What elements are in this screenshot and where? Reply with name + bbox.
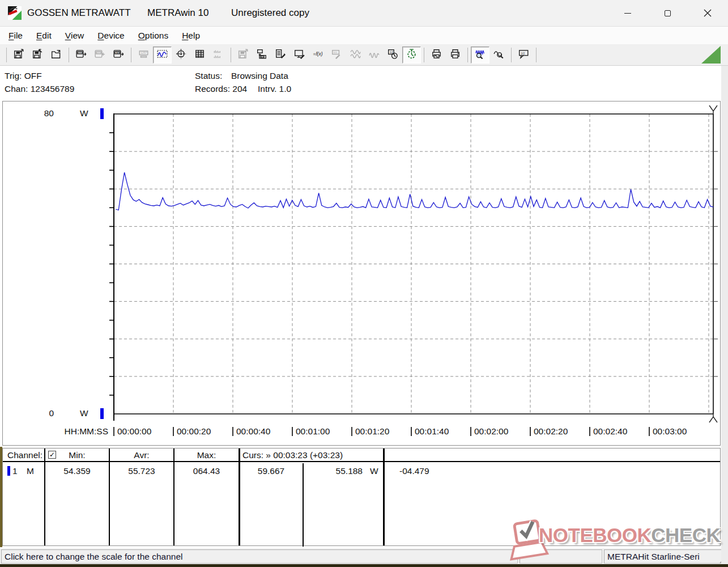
cell-channel-num: 1 <box>12 466 18 476</box>
menu-options[interactable]: Options <box>131 27 175 44</box>
print-preview-button[interactable] <box>427 46 446 64</box>
window-frame-right <box>721 66 728 564</box>
toolbar-separator <box>467 48 468 62</box>
title-app-name: METRAwin 10 <box>147 7 208 19</box>
channel-color-marker-top[interactable] <box>100 108 104 119</box>
display-settings-button: 321 <box>327 46 346 64</box>
x-axis-tick-label: 00:01:00 <box>296 426 330 437</box>
menu-edit[interactable]: Edit <box>29 27 58 44</box>
cursor-handle-bottom[interactable] <box>709 414 717 422</box>
x-axis-tick-label: 00:03:00 <box>653 426 687 437</box>
statusbar-device: METRAHit Starline-Seri <box>604 549 725 564</box>
x-axis-tick-label: 00:00:00 <box>117 426 151 437</box>
chart-panel[interactable]: 80 W 0 W HH:MM:SS 00:00:0000:00:2000:00:… <box>2 101 721 446</box>
print-preview-icon <box>431 49 442 61</box>
close-button[interactable] <box>695 0 721 26</box>
header-max[interactable]: Max: <box>174 450 239 460</box>
menu-bar: FileEditViewDeviceOptionsHelp <box>0 27 728 44</box>
svg-text:321: 321 <box>78 52 82 54</box>
interval-value: Intrv. 1.0 <box>258 84 291 94</box>
maximize-button[interactable] <box>654 0 680 26</box>
numeric-display-icon: 1257 <box>138 49 149 61</box>
statusbar-empty-segment <box>520 549 602 564</box>
cell-min: 54.359 <box>45 466 109 476</box>
toolbar-separator <box>69 48 69 62</box>
svg-text:321: 321 <box>333 51 338 54</box>
svg-text:1/2: 1/2 <box>521 52 525 54</box>
export-data-icon <box>238 49 249 61</box>
analog-output-button <box>346 46 365 64</box>
corner-triangle-icon <box>701 46 721 64</box>
x-axis-tick-label: 00:01:40 <box>415 426 449 437</box>
read-memory-button[interactable]: M <box>109 46 128 64</box>
svg-text:M: M <box>116 51 119 54</box>
title-bar: GOSSEN METRAWATT METRAwin 10 Unregistere… <box>0 0 728 27</box>
toolbar-separator <box>131 48 131 62</box>
channel-table-header: Channel: ✓ Min: Avr: Max: Curs: » 00:03:… <box>3 448 720 462</box>
xy-display-icon <box>176 49 186 61</box>
time-settings-button[interactable]: 12 <box>384 46 402 64</box>
zoom-mode-icon <box>493 49 504 61</box>
formula-button[interactable]: =f(x) <box>309 46 327 64</box>
title-brand: GOSSEN METRAWATT <box>27 7 131 19</box>
annotation-button[interactable]: 1/2 <box>514 46 533 64</box>
minimize-icon <box>624 13 631 14</box>
print-button[interactable] <box>446 46 465 64</box>
table-display-icon <box>194 49 205 61</box>
channel-list: Chan: 123456789 <box>5 84 74 94</box>
toolbar: 321321M1257=f(x)321121/2 <box>0 44 728 66</box>
store-data-button[interactable] <box>28 46 47 64</box>
y-scale-min-label[interactable]: 0 <box>30 408 54 418</box>
cell-avr: 55.723 <box>109 466 174 476</box>
zoom-mode-button[interactable] <box>489 46 508 64</box>
print-icon <box>450 49 461 61</box>
cell-channel-mode: M <box>27 466 34 476</box>
export-data-button <box>234 46 253 64</box>
y-scale-max-label[interactable]: 80 <box>30 108 54 119</box>
header-avr[interactable]: Avr: <box>109 450 174 460</box>
x-axis-tick-label: 00:00:40 <box>236 426 270 437</box>
import-data-icon <box>257 49 267 61</box>
x-axis-format-label: HH:MM:SS <box>57 426 108 437</box>
zoom-trace-button[interactable] <box>471 46 489 64</box>
minimize-button[interactable] <box>615 0 641 26</box>
open-file-button[interactable] <box>47 46 66 64</box>
xy-display-button[interactable] <box>172 46 190 64</box>
read-device-button[interactable]: 321 <box>72 46 91 64</box>
close-icon <box>704 9 712 17</box>
menu-file[interactable]: File <box>2 27 29 44</box>
toolbar-separator <box>536 48 537 62</box>
cell-max: 064.43 <box>174 466 239 476</box>
cell-cursor-delta: -04.479 <box>399 466 429 476</box>
table-display-button[interactable] <box>190 46 209 64</box>
svg-text:=f(x): =f(x) <box>313 51 323 57</box>
menu-device[interactable]: Device <box>91 27 131 44</box>
import-data-button[interactable] <box>253 46 271 64</box>
channel-table: Channel: ✓ Min: Avr: Max: Curs: » 00:03:… <box>2 448 721 546</box>
x-axis-tick-label: 00:02:20 <box>534 426 568 437</box>
menu-help[interactable]: Help <box>175 27 207 44</box>
menu-view[interactable]: View <box>58 27 91 44</box>
statusbar-hint[interactable]: Click here to change the scale for the c… <box>1 549 518 564</box>
metrawin-window: { "window": { "brand": "GOSSEN METRAWATT… <box>0 0 728 567</box>
maximize-icon <box>665 10 671 16</box>
channel-color-marker-bottom[interactable] <box>100 408 104 419</box>
status-bar: Click here to change the scale for the c… <box>0 548 728 565</box>
x-axis-tick-label: 00:00:20 <box>177 426 211 437</box>
cursor-handle-top[interactable] <box>709 105 717 114</box>
toolbar-separator <box>231 48 231 62</box>
header-cursor[interactable]: Curs: » 00:03:23 (+03:23) <box>242 450 343 460</box>
monitor-settings-icon <box>294 49 305 61</box>
svg-text:1257: 1257 <box>141 51 147 54</box>
timer-button[interactable] <box>402 46 421 64</box>
open-file-icon <box>51 49 62 61</box>
y-unit-top-label: W <box>80 108 88 119</box>
cell-cursor-b: 55.188 <box>303 466 363 476</box>
channel-settings-button[interactable] <box>271 46 290 64</box>
trend-display-button[interactable] <box>153 46 172 64</box>
header-min[interactable]: Min: <box>45 450 109 460</box>
desktop-edge-bottom <box>0 564 728 567</box>
save-data-button[interactable] <box>10 46 28 64</box>
monitor-settings-button[interactable] <box>290 46 309 64</box>
cell-cursor-a: 59.667 <box>239 466 303 476</box>
